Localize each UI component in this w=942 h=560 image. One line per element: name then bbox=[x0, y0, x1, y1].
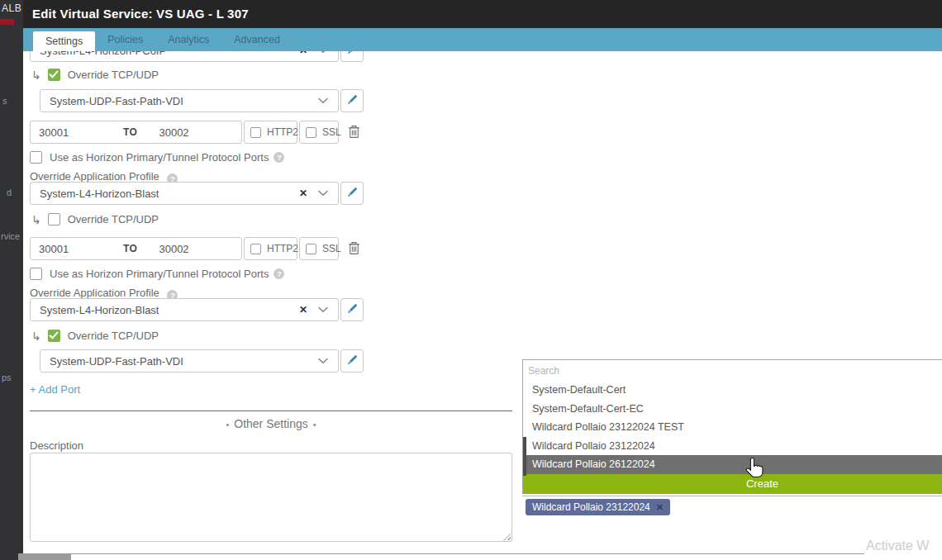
clear-icon[interactable]: ✕ bbox=[292, 304, 315, 316]
port-to-input[interactable] bbox=[159, 126, 225, 139]
horizontal-scrollbar-thumb[interactable] bbox=[18, 554, 71, 560]
override-tcpudp-label: Override TCP/UDP bbox=[68, 330, 159, 342]
tab-settings[interactable]: Settings bbox=[33, 31, 95, 51]
edit-profile-button[interactable] bbox=[340, 51, 364, 62]
nav-label-fragment: rvice bbox=[1, 231, 20, 241]
tab-advanced[interactable]: Advanced bbox=[221, 28, 293, 51]
help-icon: ? bbox=[274, 152, 284, 163]
tcpudp-profile-value: System-UDP-Fast-Path-VDI bbox=[40, 95, 315, 107]
override-tcpudp-checkbox[interactable] bbox=[48, 69, 60, 81]
edit-app-profile-button[interactable] bbox=[340, 298, 364, 321]
port-to-label: TO bbox=[123, 126, 137, 138]
other-settings-label: Other Settings bbox=[234, 417, 308, 430]
certificate-chip[interactable]: Wildcard Pollaio 23122024 ✕ bbox=[526, 499, 670, 515]
override-tcpudp-checkbox[interactable] bbox=[48, 330, 60, 342]
bullet: • bbox=[308, 420, 321, 429]
override-tcpudp-checkbox[interactable] bbox=[48, 213, 60, 225]
override-app-profile-label: Override Application Profile bbox=[30, 170, 159, 183]
check-icon bbox=[49, 330, 59, 342]
trash-icon bbox=[348, 244, 360, 257]
certificate-search-input[interactable] bbox=[523, 360, 942, 381]
edit-tcpudp-profile-button[interactable] bbox=[340, 89, 364, 112]
background-sidebar: ALB s d rvice ps bbox=[0, 0, 23, 560]
app-profile-select[interactable]: System-L4-Horizon-Blast ✕ bbox=[30, 298, 339, 321]
add-port-link[interactable]: + Add Port bbox=[30, 383, 80, 396]
clear-icon[interactable]: ✕ bbox=[292, 187, 315, 199]
http2-label: HTTP2 bbox=[267, 126, 298, 138]
use-as-horizon-label: Use as Horizon Primary/Tunnel Protocol P… bbox=[50, 151, 269, 164]
selected-certificates-field: Wildcard Pollaio 23122024 ✕ bbox=[522, 496, 942, 519]
remove-chip-icon[interactable]: ✕ bbox=[656, 502, 664, 513]
port-from-input[interactable] bbox=[31, 126, 123, 139]
delete-port-button[interactable] bbox=[346, 124, 361, 140]
certificate-chip-label: Wildcard Pollaio 23122024 bbox=[532, 501, 650, 513]
check-icon bbox=[49, 69, 59, 81]
application-profile-select-clipped[interactable]: System-L4-Horizon-PCoIP ✕ bbox=[30, 51, 339, 62]
certificate-option[interactable]: System-Default-Cert bbox=[523, 381, 942, 400]
edit-tcpudp-profile-button[interactable] bbox=[340, 349, 364, 373]
override-tcpudp-row: ↳ Override TCP/UDP bbox=[31, 330, 159, 342]
port-range-row: TO bbox=[30, 121, 242, 144]
certificate-option[interactable]: Wildcard Pollaio 23122024 bbox=[523, 437, 942, 456]
certificate-option[interactable]: Wildcard Pollaio 23122024 TEST bbox=[523, 418, 942, 437]
pencil-icon bbox=[345, 51, 359, 59]
use-as-horizon-checkbox[interactable] bbox=[30, 151, 42, 164]
tcpudp-profile-select[interactable]: System-UDP-Fast-Path-VDI bbox=[40, 89, 339, 112]
chevron-down-icon[interactable] bbox=[315, 306, 338, 313]
indent-arrow-icon: ↳ bbox=[31, 330, 41, 342]
edit-app-profile-button[interactable] bbox=[340, 182, 364, 205]
use-as-horizon-row: Use as Horizon Primary/Tunnel Protocol P… bbox=[30, 268, 284, 280]
certificate-option[interactable]: System-Default-Cert-EC bbox=[523, 400, 942, 419]
override-tcpudp-label: Override TCP/UDP bbox=[68, 69, 159, 81]
app-profile-select[interactable]: System-L4-Horizon-Blast ✕ bbox=[30, 182, 339, 205]
tab-policies[interactable]: Policies bbox=[95, 28, 155, 51]
certificate-option-highlighted[interactable]: Wildcard Pollaio 26122024 bbox=[523, 455, 942, 474]
override-app-profile-label: Override Application Profile bbox=[30, 287, 159, 299]
chevron-down-icon[interactable] bbox=[315, 97, 338, 104]
activate-watermark: Activate W bbox=[866, 539, 929, 553]
http2-checkbox[interactable] bbox=[250, 127, 261, 138]
ssl-option: SSL bbox=[299, 121, 339, 144]
pencil-icon bbox=[345, 302, 359, 318]
port-to-input[interactable] bbox=[159, 243, 225, 255]
indent-arrow-icon: ↳ bbox=[31, 214, 41, 225]
tcpudp-profile-value: System-UDP-Fast-Path-VDI bbox=[40, 355, 315, 368]
create-certificate-button[interactable]: Create bbox=[523, 474, 942, 494]
app-profile-value: System-L4-Horizon-Blast bbox=[31, 187, 292, 200]
nav-label-fragment: s bbox=[2, 96, 7, 106]
tab-analytics[interactable]: Analytics bbox=[155, 28, 221, 51]
logo-red-accent bbox=[0, 19, 14, 25]
tcpudp-profile-select[interactable]: System-UDP-Fast-Path-VDI bbox=[40, 349, 339, 373]
trash-icon bbox=[348, 128, 360, 140]
ssl-checkbox[interactable] bbox=[306, 244, 316, 254]
description-label: Description bbox=[30, 439, 83, 452]
override-tcpudp-row: ↳ Override TCP/UDP bbox=[31, 213, 159, 225]
horizontal-scrollbar-track[interactable] bbox=[18, 553, 864, 554]
use-as-horizon-checkbox[interactable] bbox=[30, 268, 42, 280]
chevron-down-icon[interactable] bbox=[315, 51, 338, 54]
delete-port-button[interactable] bbox=[346, 240, 361, 257]
chevron-down-icon[interactable] bbox=[315, 190, 338, 197]
nav-label-fragment: ps bbox=[2, 373, 12, 382]
description-textarea[interactable] bbox=[30, 453, 512, 542]
section-divider bbox=[30, 411, 512, 411]
http2-checkbox[interactable] bbox=[250, 244, 261, 254]
screen: ALB s d rvice ps Edit Virtual Service: V… bbox=[0, 0, 942, 560]
application-profile-value: System-L4-Horizon-PCoIP bbox=[31, 51, 292, 57]
override-tcpudp-label: Override TCP/UDP bbox=[68, 213, 159, 225]
chevron-down-icon[interactable] bbox=[315, 358, 338, 364]
ssl-checkbox[interactable] bbox=[306, 127, 316, 138]
app-profile-value: System-L4-Horizon-Blast bbox=[31, 304, 292, 316]
other-settings-heading: •Other Settings• bbox=[30, 417, 512, 430]
use-as-horizon-label: Use as Horizon Primary/Tunnel Protocol P… bbox=[50, 268, 269, 280]
help-icon: ? bbox=[274, 268, 284, 279]
http2-label: HTTP2 bbox=[267, 243, 298, 254]
dropdown-scrollbar[interactable] bbox=[523, 437, 526, 476]
alb-logo-fragment: ALB bbox=[2, 2, 21, 14]
ssl-option: SSL bbox=[299, 237, 339, 260]
port-from-input[interactable] bbox=[31, 243, 123, 255]
clear-icon[interactable]: ✕ bbox=[292, 51, 315, 56]
port-to-label: TO bbox=[123, 243, 137, 254]
pencil-icon bbox=[345, 93, 359, 109]
ssl-label: SSL bbox=[322, 126, 341, 138]
